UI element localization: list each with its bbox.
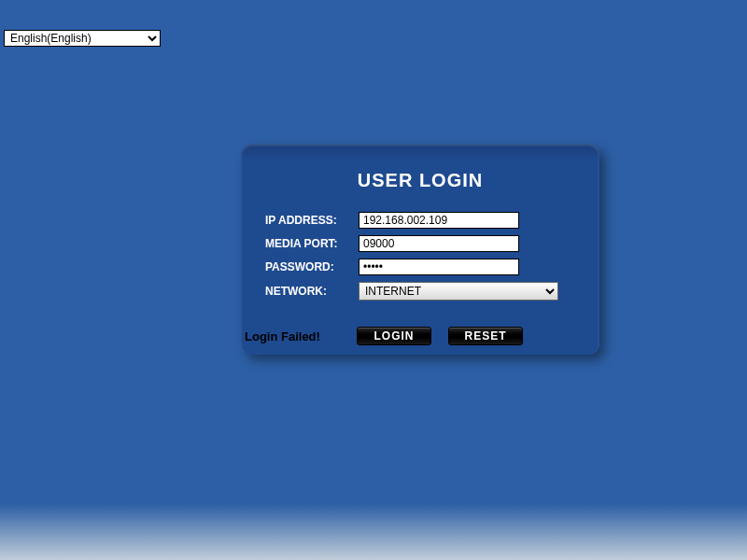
port-row: MEDIA PORT:	[241, 235, 599, 252]
port-input[interactable]	[359, 235, 519, 252]
network-label: NETWORK:	[265, 285, 359, 298]
button-row: Login Failed! LOGIN RESET	[241, 327, 599, 345]
language-select[interactable]: English(English)	[4, 30, 161, 47]
login-button[interactable]: LOGIN	[357, 327, 431, 345]
password-label: PASSWORD:	[265, 260, 359, 273]
login-panel: USER LOGIN IP ADDRESS: MEDIA PORT: PASSW…	[241, 144, 599, 355]
network-row: NETWORK: INTERNET	[241, 282, 599, 301]
reset-button[interactable]: RESET	[448, 327, 523, 345]
ip-label: IP ADDRESS:	[265, 214, 359, 227]
login-status: Login Failed!	[245, 329, 357, 343]
login-title: USER LOGIN	[241, 170, 599, 191]
port-label: MEDIA PORT:	[265, 237, 359, 250]
password-row: PASSWORD:	[241, 259, 599, 275]
password-input[interactable]	[359, 259, 519, 275]
network-select[interactable]: INTERNET	[359, 282, 558, 301]
ip-input[interactable]	[359, 212, 519, 229]
ip-row: IP ADDRESS:	[241, 212, 599, 229]
